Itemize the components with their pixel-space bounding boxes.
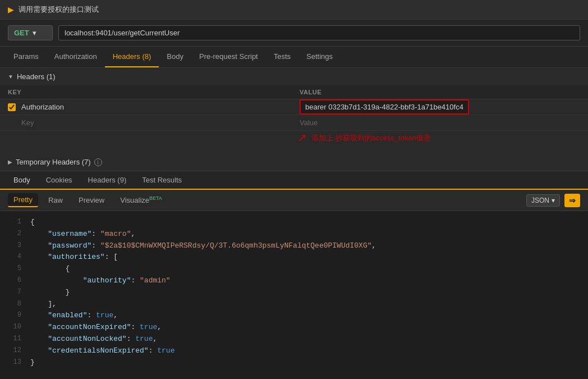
header-key: Authorization bbox=[21, 103, 64, 111]
arrow-icon: ▶ bbox=[8, 5, 14, 14]
key-column-header: KEY bbox=[0, 85, 292, 99]
key-placeholder: Key bbox=[21, 118, 34, 127]
tab-settings[interactable]: Settings bbox=[298, 47, 341, 67]
page-title: 调用需要授权的接口测试 bbox=[19, 4, 99, 15]
json-line-3: 3 "password": "$2a$10$CMnWXMQIPeRSRdsy/Q… bbox=[8, 240, 580, 252]
empty-key-cell: Key bbox=[0, 115, 292, 131]
headers-section-title: Headers (1) bbox=[17, 72, 56, 81]
json-line-2: 2 "username": "macro", bbox=[8, 229, 580, 240]
format-tab-raw[interactable]: Raw bbox=[43, 194, 68, 207]
json-line-13: 13 } bbox=[8, 357, 580, 369]
table-row: Authorization bearer 0323b7d1-319a-4822-… bbox=[0, 99, 588, 115]
json-line-1: 1 { bbox=[8, 217, 580, 229]
collapse-icon: ▼ bbox=[8, 74, 13, 80]
info-icon[interactable]: i bbox=[94, 158, 102, 166]
json-line-9: 9 "enabled": true, bbox=[8, 310, 580, 322]
annotation-text: 添加上 抄获取到的access_token值意 bbox=[311, 133, 431, 143]
json-line-5: 5 { bbox=[8, 263, 580, 275]
format-tab-preview[interactable]: Preview bbox=[73, 194, 110, 207]
empty-row: Key Value bbox=[0, 115, 588, 131]
json-line-10: 10 "accountNonExpired": true, bbox=[8, 322, 580, 334]
tab-prerequest[interactable]: Pre-request Script bbox=[191, 47, 266, 67]
url-bar: GET ▾ bbox=[0, 20, 588, 47]
tab-cookies[interactable]: Cookies bbox=[38, 171, 80, 190]
dropdown-icon: ▾ bbox=[33, 29, 36, 37]
temp-collapse-icon: ▶ bbox=[8, 159, 12, 165]
json-dropdown-icon: ▾ bbox=[552, 197, 555, 204]
json-label: JSON bbox=[531, 197, 549, 204]
json-body: 1 { 2 "username": "macro", 3 "password":… bbox=[0, 211, 588, 374]
method-text: GET bbox=[14, 29, 29, 37]
tab-body[interactable]: Body bbox=[159, 47, 191, 67]
header-value-highlighted: bearer 0323b7d1-319a-4822-bbf3-1a71be410… bbox=[300, 99, 469, 115]
url-input[interactable] bbox=[58, 25, 580, 40]
value-column-header: VALUE bbox=[292, 85, 588, 99]
json-line-8: 8 ], bbox=[8, 299, 580, 310]
request-tabs: Params Authorization Headers (8) Body Pr… bbox=[0, 47, 588, 68]
method-select[interactable]: GET ▾ bbox=[8, 25, 53, 40]
tab-headers[interactable]: Headers (8) bbox=[105, 47, 159, 67]
annotation-arrow-icon: ↗ bbox=[297, 131, 307, 144]
annotation-area: ↗ 添加上 抄获取到的access_token值意 bbox=[0, 131, 588, 153]
tab-tests[interactable]: Tests bbox=[266, 47, 298, 67]
json-format-select[interactable]: JSON ▾ bbox=[526, 194, 560, 207]
json-line-12: 12 "credentialsNonExpired": true bbox=[8, 345, 580, 357]
empty-value-cell: Value bbox=[292, 115, 588, 131]
row-checkbox[interactable] bbox=[8, 103, 16, 111]
beta-badge: BETA bbox=[149, 195, 162, 201]
json-line-4: 4 "authorities": [ bbox=[8, 252, 580, 263]
format-bar: Pretty Raw Preview VisualizeBETA JSON ▾ … bbox=[0, 190, 588, 211]
headers-section: ▼ Headers (1) KEY VALUE Authorization bbox=[0, 68, 588, 171]
response-tabs: Body Cookies Headers (9) Test Results bbox=[0, 171, 588, 190]
temp-headers-label: Temporary Headers (7) bbox=[16, 158, 91, 166]
value-cell: bearer 0323b7d1-319a-4822-bbf3-1a71be410… bbox=[292, 99, 588, 115]
wrap-button[interactable]: ⇒ bbox=[564, 194, 580, 207]
value-placeholder: Value bbox=[300, 118, 318, 127]
json-line-6: 6 "authority": "admin" bbox=[8, 275, 580, 287]
tab-authorization[interactable]: Authorization bbox=[47, 47, 105, 67]
format-tab-pretty[interactable]: Pretty bbox=[8, 193, 38, 207]
json-line-11: 11 "accountNonLocked": true, bbox=[8, 334, 580, 345]
key-cell: Authorization bbox=[0, 99, 292, 115]
top-bar: ▶ 调用需要授权的接口测试 bbox=[0, 0, 588, 20]
tab-params[interactable]: Params bbox=[6, 47, 47, 67]
tab-test-results[interactable]: Test Results bbox=[134, 171, 190, 190]
headers-table: KEY VALUE Authorization bearer 0323b7d1-… bbox=[0, 85, 588, 131]
headers-section-label[interactable]: ▼ Headers (1) bbox=[0, 68, 588, 85]
tab-headers-response[interactable]: Headers (9) bbox=[80, 171, 135, 190]
json-line-7: 7 } bbox=[8, 287, 580, 299]
tab-body-response[interactable]: Body bbox=[6, 171, 38, 190]
format-tab-visualize[interactable]: VisualizeBETA bbox=[114, 193, 168, 207]
temporary-headers[interactable]: ▶ Temporary Headers (7) i bbox=[0, 153, 588, 171]
